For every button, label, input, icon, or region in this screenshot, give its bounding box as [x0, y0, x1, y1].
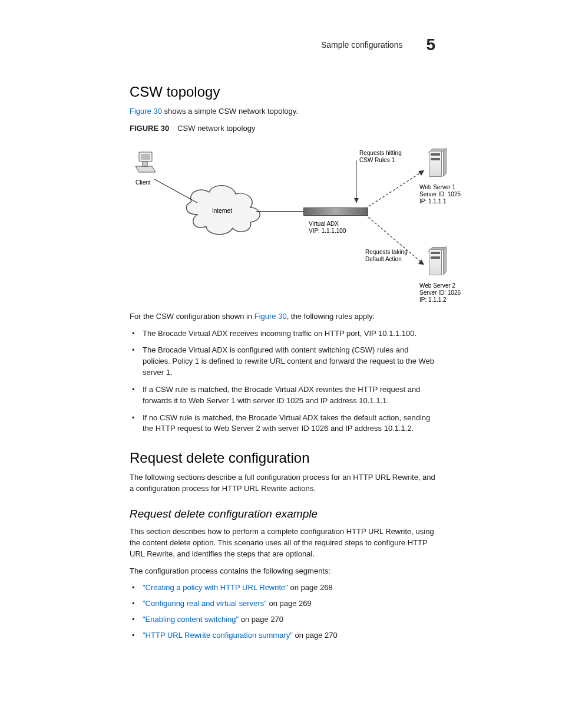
svg-rect-9 — [141, 154, 150, 160]
ws2-label-c: IP: 1.1.1.2 — [419, 297, 447, 304]
link-config-servers[interactable]: "Configuring real and virtual servers" — [143, 599, 267, 608]
webserver2-icon — [429, 247, 444, 275]
svg-marker-3 — [418, 170, 424, 176]
chapter-number: 5 — [426, 35, 435, 54]
client-icon — [134, 151, 158, 178]
rules-intro-post: , the following rules apply: — [287, 312, 375, 321]
section-title: Sample configurations — [321, 40, 403, 50]
adx-label-2: VIP: 1.1.1.100 — [309, 228, 346, 235]
svg-rect-10 — [143, 162, 147, 166]
rule-bot-2: Default Action — [365, 256, 402, 263]
link-config-summary[interactable]: "HTTP URL Rewrite configuration summary" — [143, 631, 293, 640]
webserver1-icon — [429, 149, 444, 177]
ws1-label-c: IP: 1.1.1.1 — [419, 198, 447, 205]
svg-line-2 — [365, 170, 424, 209]
link-create-policy[interactable]: "Creating a policy with HTTP URL Rewrite… — [143, 583, 288, 592]
figure-title: CSW network topology — [177, 124, 255, 133]
segments-intro: The configuration process contains the f… — [130, 566, 435, 577]
heading-csw-topology: CSW topology — [130, 84, 435, 100]
internet-label: Internet — [212, 207, 232, 215]
page-ref: on page 269 — [267, 599, 312, 608]
figure-caption: FIGURE 30CSW network topology — [130, 123, 435, 134]
intro-text: shows a simple CSW network topology. — [162, 107, 298, 116]
rules-intro: For the CSW configuration shown in Figur… — [130, 311, 435, 322]
rules-intro-pre: For the CSW configuration shown in — [130, 312, 254, 321]
request-delete-intro: The following sections describe a full c… — [130, 472, 435, 495]
link-enable-csw[interactable]: "Enabling content switching" — [143, 615, 239, 624]
rule-bullet: The Brocade Virtual ADX receives incomin… — [143, 328, 435, 340]
example-paragraph: This section describes how to perform a … — [130, 526, 435, 560]
rule-bot-1: Requests taking — [365, 249, 408, 256]
heading-request-delete: Request delete configuration — [130, 450, 435, 466]
intro-paragraph: Figure 30 shows a simple CSW network top… — [130, 106, 435, 117]
rule-top-2: CSW Rules 1 — [359, 157, 395, 164]
page-header: Sample configurations 5 — [37, 35, 491, 54]
page-ref: on page 270 — [239, 615, 283, 624]
figure-csw-topology: Client Internet Virtual ADX VIP: 1.1.1.1… — [130, 138, 471, 309]
figure-link-2[interactable]: Figure 30 — [254, 312, 287, 321]
ws2-label-a: Web Server 2 — [419, 282, 455, 289]
page-ref: on page 270 — [293, 631, 338, 640]
list-item: "HTTP URL Rewrite configuration summary"… — [143, 630, 435, 641]
rule-top-1: Requests hitting — [359, 150, 402, 157]
figure-link[interactable]: Figure 30 — [130, 107, 162, 116]
svg-marker-7 — [354, 198, 359, 203]
rule-bullet: If a CSW rule is matched, the Brocade Vi… — [143, 384, 435, 407]
rules-bullet-list: The Brocade Virtual ADX receives incomin… — [130, 328, 435, 435]
list-item: "Creating a policy with HTTP URL Rewrite… — [143, 582, 435, 594]
client-label: Client — [135, 179, 151, 186]
ws1-label-a: Web Server 1 — [419, 184, 455, 191]
list-item: "Configuring real and virtual servers" o… — [143, 598, 435, 610]
page-ref: on page 268 — [288, 583, 333, 592]
figure-number: FIGURE 30 — [130, 124, 169, 133]
ws2-label-b: Server ID: 1026 — [419, 289, 461, 297]
list-item: "Enabling content switching" on page 270 — [143, 614, 435, 625]
rule-bullet: The Brocade Virtual ADX is configured wi… — [143, 345, 435, 378]
ws1-label-b: Server ID: 1025 — [419, 191, 461, 198]
adx-label-1: Virtual ADX — [309, 220, 339, 228]
rule-bullet: If no CSW rule is matched, the Brocade V… — [143, 413, 435, 435]
svg-line-0 — [154, 179, 197, 203]
adx-icon — [303, 207, 368, 216]
segment-links-list: "Creating a policy with HTTP URL Rewrite… — [130, 582, 435, 641]
subheading-example: Request delete configuration example — [130, 508, 435, 521]
